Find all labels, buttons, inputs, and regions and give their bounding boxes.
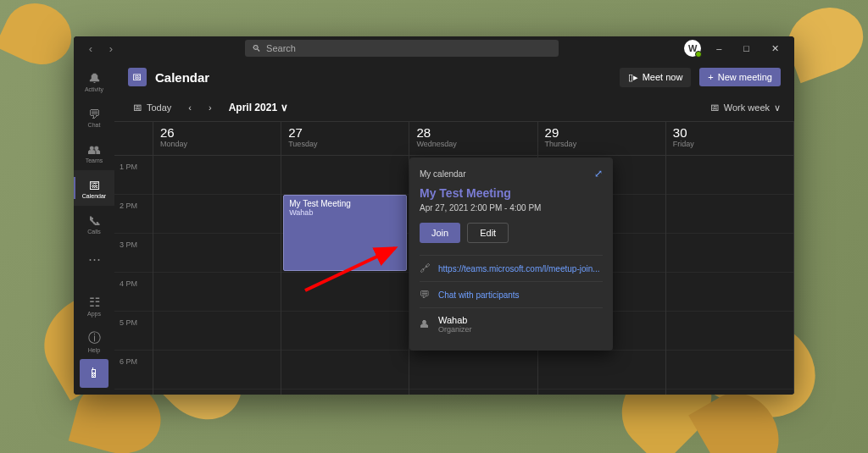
calendar-content: 📅︎ Calendar ▯▸ Meet now + New meeting 📅︎…: [114, 60, 794, 395]
person-icon: 👤︎: [420, 318, 431, 330]
titlebar: ‹ › 🔍︎ Search W – □ ✕: [74, 36, 794, 60]
chat-participants-label: Chat with participants: [438, 290, 520, 300]
sidebar-item-help[interactable]: ⓘ Help: [74, 323, 114, 359]
sidebar-item-calls[interactable]: 📞︎ Calls: [74, 206, 114, 241]
time-label: 3 PM: [120, 240, 137, 249]
maximize-button[interactable]: □: [737, 40, 756, 57]
back-button[interactable]: ‹: [82, 40, 99, 57]
event-title: My Test Meeting: [289, 199, 401, 208]
expand-button[interactable]: ⤢: [594, 168, 603, 180]
sidebar-item-mobile[interactable]: 📱︎: [80, 359, 108, 388]
prev-week-button[interactable]: ‹: [183, 100, 197, 115]
plus-icon: +: [708, 72, 713, 82]
calendar-header-icon: 📅︎: [128, 68, 147, 86]
meeting-details-popover: My calendar ⤢ My Test Meeting Apr 27, 20…: [409, 157, 613, 351]
sidebar-item-teams[interactable]: 👥︎ Teams: [74, 135, 114, 170]
event-organizer: Wahab: [289, 208, 401, 217]
organizer-name: Wahab: [438, 315, 472, 325]
day-number: 29: [545, 125, 659, 140]
new-meeting-button[interactable]: + New meeting: [699, 68, 781, 86]
forward-button[interactable]: ›: [103, 40, 120, 57]
day-name: Wednesday: [416, 140, 530, 148]
chevron-down-icon: ∨: [774, 102, 781, 113]
sidebar-item-label: Calls: [87, 229, 101, 235]
view-selector[interactable]: 📅︎ Work week ∨: [710, 102, 781, 113]
close-button[interactable]: ✕: [765, 40, 786, 58]
meeting-link-row[interactable]: 🔗︎ https://teams.microsoft.com/l/meetup-…: [420, 255, 603, 281]
organizer-role: Organizer: [438, 325, 472, 334]
sidebar-item-chat[interactable]: 💬︎ Chat: [74, 99, 114, 135]
apps-icon: ☷: [89, 295, 100, 310]
video-icon: ▯▸: [628, 72, 638, 83]
popover-time: Apr 27, 2021 2:00 PM - 4:00 PM: [420, 203, 603, 213]
mobile-icon: 📱︎: [87, 366, 101, 381]
minimize-button[interactable]: –: [709, 40, 728, 57]
meet-now-button[interactable]: ▯▸ Meet now: [620, 68, 692, 87]
time-label: 4 PM: [120, 279, 137, 288]
month-selector[interactable]: April 2021 ∨: [229, 102, 288, 113]
popover-title: My Test Meeting: [420, 186, 603, 200]
content-header: 📅︎ Calendar ▯▸ Meet now + New meeting: [114, 60, 794, 94]
search-icon: 🔍︎: [252, 43, 261, 53]
edit-button[interactable]: Edit: [467, 223, 509, 243]
calendar-toolbar: 📅︎ Today ‹ › April 2021 ∨ 📅︎ Work week ∨: [114, 94, 794, 121]
organizer-row: 👤︎ Wahab Organizer: [420, 307, 603, 340]
popover-calendar-name: My calendar: [420, 169, 465, 179]
teams-icon: 👥︎: [88, 142, 101, 157]
sidebar-item-label: Teams: [86, 157, 103, 163]
bell-icon: 🔔︎: [88, 71, 101, 86]
more-icon: ⋯: [88, 251, 101, 267]
view-label: Work week: [724, 102, 770, 113]
search-input[interactable]: 🔍︎ Search: [245, 40, 559, 57]
today-icon: 📅︎: [133, 102, 142, 113]
sidebar-item-label: Calendar: [82, 193, 106, 199]
sidebar-item-more[interactable]: ⋯: [74, 241, 114, 277]
view-icon: 📅︎: [710, 102, 720, 113]
sidebar: 🔔︎ Activity 💬︎ Chat 👥︎ Teams 📅︎ Calendar…: [74, 60, 114, 395]
today-button[interactable]: 📅︎ Today: [128, 100, 176, 115]
day-column-monday[interactable]: 26Monday: [153, 122, 281, 395]
search-placeholder: Search: [266, 43, 296, 53]
day-name: Tuesday: [288, 140, 402, 148]
today-label: Today: [147, 102, 171, 113]
join-button[interactable]: Join: [420, 223, 460, 243]
day-number: 30: [673, 125, 787, 140]
next-week-button[interactable]: ›: [203, 100, 217, 115]
presence-indicator: [695, 51, 702, 58]
sidebar-item-label: Apps: [87, 311, 101, 317]
day-number: 26: [160, 125, 274, 140]
chat-icon: 💬︎: [88, 107, 101, 121]
new-meeting-label: New meeting: [718, 72, 772, 82]
meeting-link: https://teams.microsoft.com/l/meetup-joi…: [438, 264, 603, 273]
time-label: 2 PM: [120, 202, 137, 210]
calendar-icon: 📅︎: [88, 178, 101, 192]
meet-now-label: Meet now: [643, 72, 683, 82]
time-column: 1 PM 2 PM 3 PM 4 PM 5 PM 6 PM: [114, 122, 153, 395]
day-name: Friday: [673, 140, 787, 148]
day-name: Thursday: [545, 140, 659, 148]
month-text: April 2021: [229, 102, 277, 113]
link-icon: 🔗︎: [420, 262, 431, 274]
chat-icon: 💬︎: [420, 289, 431, 301]
sidebar-item-label: Chat: [88, 122, 101, 128]
calendar-grid: 1 PM 2 PM 3 PM 4 PM 5 PM 6 PM 26Monday 2…: [114, 121, 794, 395]
teams-window: ‹ › 🔍︎ Search W – □ ✕ 🔔︎ Activity: [74, 36, 794, 395]
help-icon: ⓘ: [88, 330, 101, 346]
day-number: 27: [288, 125, 402, 140]
day-number: 28: [416, 125, 530, 140]
time-label: 5 PM: [120, 318, 137, 327]
time-label: 1 PM: [120, 163, 137, 171]
sidebar-item-calendar[interactable]: 📅︎ Calendar: [74, 170, 114, 206]
chat-participants-row[interactable]: 💬︎ Chat with participants: [420, 281, 603, 307]
time-label: 6 PM: [120, 357, 137, 366]
avatar[interactable]: W: [684, 40, 701, 57]
sidebar-item-activity[interactable]: 🔔︎ Activity: [74, 64, 114, 99]
day-column-friday[interactable]: 30Friday: [666, 122, 794, 395]
day-name: Monday: [160, 140, 274, 148]
phone-icon: 📞︎: [88, 213, 101, 228]
sidebar-item-apps[interactable]: ☷ Apps: [74, 288, 114, 323]
chevron-down-icon: ∨: [281, 102, 288, 113]
page-title: Calendar: [155, 70, 611, 85]
sidebar-item-label: Help: [88, 347, 100, 353]
day-column-tuesday[interactable]: 27Tuesday My Test Meeting Wahab: [281, 122, 409, 395]
